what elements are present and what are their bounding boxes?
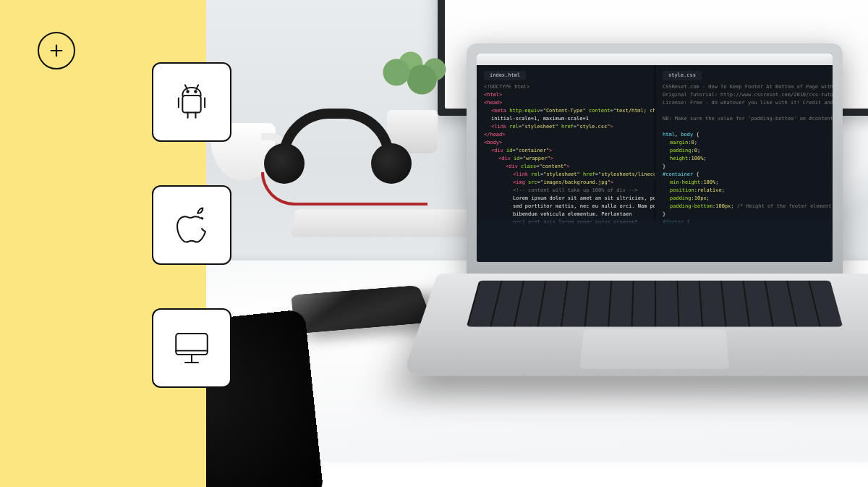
laptop-keyboard [467,281,843,327]
svg-line-1 [185,85,187,88]
svg-point-4 [195,90,197,93]
platform-card-apple[interactable] [152,185,231,265]
headphones [264,109,423,195]
platform-card-android[interactable] [152,62,231,142]
hero-photo: index.html <!DOCTYPE html> <html> <head>… [206,0,868,487]
apple-icon [171,204,213,246]
svg-point-3 [187,90,189,93]
laptop: index.html <!DOCTYPE html> <html> <head>… [438,43,868,463]
svg-line-2 [196,85,198,88]
macos-menubar [477,54,833,65]
laptop-screen: index.html <!DOCTYPE html> <html> <head>… [477,54,833,262]
editor-right-tab: style.css [663,71,702,80]
laptop-base [402,274,868,376]
laptop-trackpad [579,329,729,368]
platform-card-desktop[interactable] [152,308,231,388]
editor-left-tab: index.html [484,71,526,80]
android-icon [171,81,213,123]
plus-icon [48,43,64,59]
macos-wallpaper [477,216,833,262]
svg-rect-0 [182,96,200,113]
svg-rect-9 [176,334,208,355]
add-button[interactable] [38,32,75,69]
desktop-icon [171,327,213,369]
